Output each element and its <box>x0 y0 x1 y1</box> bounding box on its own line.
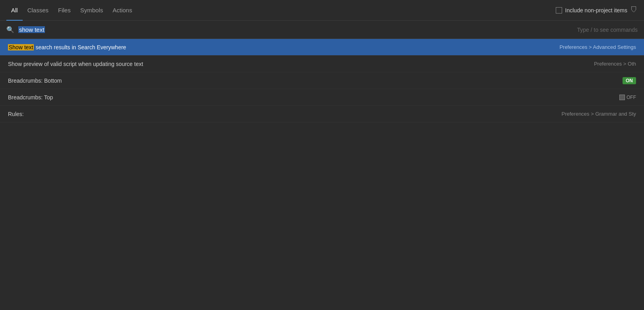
result-text: Rules: <box>8 111 555 117</box>
result-item[interactable]: Breadcrumbs: Top OFF <box>0 89 644 106</box>
result-highlight: Show text <box>8 44 34 50</box>
tab-classes[interactable]: Classes <box>23 0 53 21</box>
tab-bar: All Classes Files Symbols Actions Includ… <box>0 0 644 21</box>
result-text: Breadcrumbs: Top <box>8 94 613 101</box>
tab-all[interactable]: All <box>6 0 23 21</box>
search-input[interactable]: show text <box>18 26 638 33</box>
include-non-project-label: Include non-project items <box>565 7 627 14</box>
result-category: Preferences > Grammar and Sty <box>562 111 636 117</box>
include-non-project-checkbox[interactable] <box>556 7 562 14</box>
tab-right-controls: Include non-project items ⛉ <box>556 6 638 14</box>
result-text: Show text search results in Search Every… <box>8 44 553 50</box>
toggle-box-icon <box>619 95 625 100</box>
result-category: Preferences > Oth <box>594 61 636 67</box>
result-item[interactable]: Breadcrumbs: Bottom ON <box>0 72 644 89</box>
result-item[interactable]: Rules: Preferences > Grammar and Sty <box>0 106 644 122</box>
result-text: Show preview of valid script when updati… <box>8 61 588 67</box>
search-highlight: show text <box>18 26 45 33</box>
search-bar: 🔍 show text Type / to see commands <box>0 21 644 39</box>
toggle-off-badge[interactable]: OFF <box>619 95 636 100</box>
tab-files[interactable]: Files <box>53 0 76 21</box>
results-list: Show text search results in Search Every… <box>0 39 644 122</box>
result-item[interactable]: Show text search results in Search Every… <box>0 39 644 56</box>
result-text: Breadcrumbs: Bottom <box>8 78 616 84</box>
toggle-off-text: OFF <box>627 95 636 100</box>
search-icon: 🔍 <box>6 26 14 33</box>
result-category: Preferences > Advanced Settings <box>559 44 636 50</box>
filter-icon[interactable]: ⛉ <box>630 6 638 14</box>
result-item[interactable]: Show preview of valid script when updati… <box>0 56 644 72</box>
toggle-on-badge[interactable]: ON <box>623 77 636 84</box>
tab-actions[interactable]: Actions <box>108 0 137 21</box>
search-hint: Type / to see commands <box>577 27 638 33</box>
tab-symbols[interactable]: Symbols <box>76 0 108 21</box>
